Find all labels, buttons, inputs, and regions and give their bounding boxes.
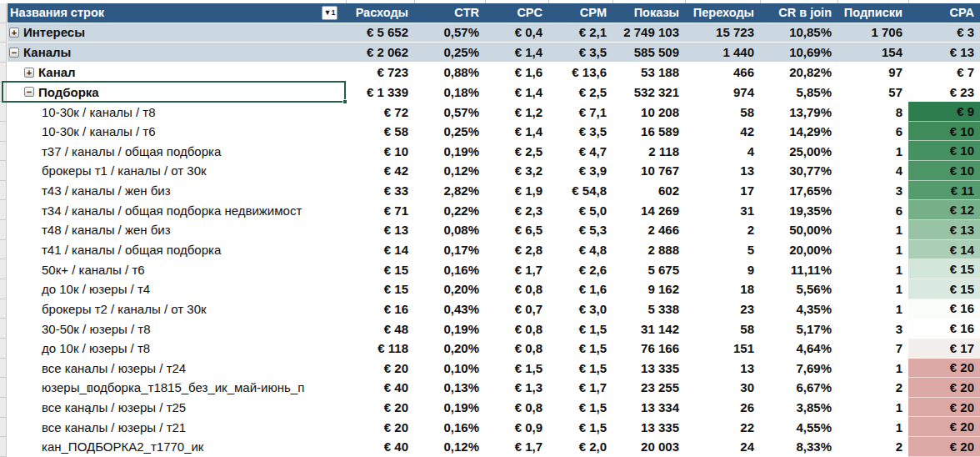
cell-impressions[interactable]: 23 255	[612, 378, 685, 398]
row-label-cell[interactable]: т37 / каналы / общая подборка	[8, 141, 346, 161]
cell-cpm[interactable]: € 1,5	[548, 398, 612, 418]
cell-expenses[interactable]: € 40	[346, 378, 414, 398]
cell-expenses[interactable]: € 10	[346, 141, 414, 161]
expand-icon[interactable]: +	[9, 28, 19, 38]
cell-expenses[interactable]: € 72	[346, 102, 414, 122]
cell-cpm[interactable]: € 13,6	[548, 63, 612, 83]
cell-cpc[interactable]: € 1,6	[485, 63, 548, 83]
cell-cpc[interactable]: € 1,4	[485, 83, 548, 103]
cell-subscriptions[interactable]: 1	[838, 240, 908, 260]
cell-ctr[interactable]: 2,82%	[414, 181, 485, 201]
cell-cpa[interactable]: € 14	[908, 240, 980, 260]
sort-filter-icon[interactable]: ▼1	[322, 6, 338, 20]
cell-cr-join[interactable]: 5,56%	[760, 279, 838, 299]
row-label-cell[interactable]: до 10к / юзеры / т4	[8, 279, 346, 299]
cell-subscriptions[interactable]: 7	[838, 339, 908, 359]
cell-cpa[interactable]: € 13	[908, 43, 980, 62]
cell-subscriptions[interactable]: 4	[838, 161, 908, 181]
cell-cr-join[interactable]: 20,00%	[760, 240, 838, 260]
cell-cpc[interactable]: € 1,5	[485, 359, 548, 379]
cell-cpc[interactable]: € 0,8	[485, 339, 548, 359]
row-label-cell[interactable]: 10-30к / каналы / т8	[8, 102, 346, 122]
cell-cr-join[interactable]: 5,85%	[760, 83, 838, 103]
cell-subscriptions[interactable]: 1	[838, 259, 908, 279]
cell-expenses[interactable]: € 1 339	[346, 83, 414, 103]
cell-cr-join[interactable]: 20,82%	[760, 63, 838, 83]
cell-cpa[interactable]: € 23	[908, 83, 980, 103]
cell-cr-join[interactable]: 3,85%	[760, 398, 838, 418]
cell-cr-join[interactable]: 8,33%	[760, 437, 838, 457]
cell-cr-join[interactable]: 4,64%	[760, 339, 838, 359]
row-label-cell[interactable]: до 10к / юзеры / т8	[8, 339, 346, 359]
cell-clicks[interactable]: 22	[685, 417, 760, 437]
cell-impressions[interactable]: 2 749 103	[612, 23, 685, 43]
cell-ctr[interactable]: 0,12%	[414, 437, 485, 457]
cell-impressions[interactable]: 602	[612, 181, 685, 201]
row-label-cell[interactable]: кан_ПОДБОРКА2_т1770_ик	[8, 437, 346, 457]
cell-clicks[interactable]: 1 440	[685, 43, 760, 62]
cell-impressions[interactable]: 14 269	[612, 200, 685, 220]
column-header-impressions[interactable]: Показы	[612, 3, 685, 23]
cell-cpa[interactable]: € 10	[908, 161, 980, 181]
cell-expenses[interactable]: € 40	[346, 437, 414, 457]
cell-cpc[interactable]: € 3,2	[485, 161, 548, 181]
cell-clicks[interactable]: 17	[685, 181, 760, 201]
cell-clicks[interactable]: 58	[685, 102, 760, 122]
cell-cpc[interactable]: € 1,7	[485, 259, 548, 279]
cell-cpm[interactable]: € 3,5	[548, 43, 612, 62]
cell-impressions[interactable]: 585 509	[612, 43, 685, 62]
cell-subscriptions[interactable]: 3	[838, 181, 908, 201]
cell-cpc[interactable]: € 1,3	[485, 378, 548, 398]
cell-cpm[interactable]: € 7,1	[548, 102, 612, 122]
cell-impressions[interactable]: 532 321	[612, 83, 685, 103]
column-header-expenses[interactable]: Расходы	[346, 3, 414, 23]
cell-cpm[interactable]: € 3,9	[548, 161, 612, 181]
cell-impressions[interactable]: 20 003	[612, 437, 685, 457]
column-header-cpa[interactable]: CPA	[908, 3, 980, 23]
cell-cr-join[interactable]: 25,00%	[760, 141, 838, 161]
cell-impressions[interactable]: 76 166	[612, 339, 685, 359]
cell-cpa[interactable]: € 20	[908, 398, 980, 418]
cell-ctr[interactable]: 0,20%	[414, 279, 485, 299]
row-label-cell[interactable]: 30-50к / юзеры / т8	[8, 319, 346, 339]
cell-cpm[interactable]: € 3,0	[548, 299, 612, 319]
cell-subscriptions[interactable]: 2	[838, 437, 908, 457]
cell-cr-join[interactable]: 19,35%	[760, 200, 838, 220]
cell-cpa[interactable]: € 20	[908, 378, 980, 398]
row-label-cell[interactable]: +Канал	[8, 63, 346, 83]
cell-cr-join[interactable]: 10,85%	[760, 23, 838, 43]
cell-cpa[interactable]: € 3	[908, 23, 980, 43]
cell-clicks[interactable]: 974	[685, 83, 760, 103]
row-label-cell[interactable]: все каналы / юзеры / т24	[8, 359, 346, 379]
cell-cr-join[interactable]: 50,00%	[760, 220, 838, 240]
row-label-cell[interactable]: все каналы / юзеры / т25	[8, 398, 346, 418]
cell-ctr[interactable]: 0,10%	[414, 359, 485, 379]
cell-expenses[interactable]: € 15	[346, 279, 414, 299]
cell-cpm[interactable]: € 2,6	[548, 259, 612, 279]
cell-clicks[interactable]: 26	[685, 398, 760, 418]
cell-clicks[interactable]: 13	[685, 161, 760, 181]
expand-icon[interactable]: +	[24, 68, 34, 78]
cell-ctr[interactable]: 0,13%	[414, 378, 485, 398]
collapse-icon[interactable]: −	[24, 87, 34, 97]
cell-impressions[interactable]: 31 142	[612, 319, 685, 339]
column-header-cpc[interactable]: CPC	[485, 3, 548, 23]
cell-cpa[interactable]: € 10	[908, 141, 980, 161]
cell-cpm[interactable]: € 1,7	[548, 378, 612, 398]
cell-cpm[interactable]: € 54,8	[548, 181, 612, 201]
cell-cpc[interactable]: € 6,5	[485, 220, 548, 240]
cell-impressions[interactable]: 9 162	[612, 279, 685, 299]
cell-cpm[interactable]: € 5,3	[548, 220, 612, 240]
cell-impressions[interactable]: 53 188	[612, 63, 685, 83]
row-label-cell[interactable]: все каналы / юзеры / т21	[8, 417, 346, 437]
cell-subscriptions[interactable]: 97	[838, 63, 908, 83]
cell-subscriptions[interactable]: 1	[838, 398, 908, 418]
cell-clicks[interactable]: 466	[685, 63, 760, 83]
cell-expenses[interactable]: € 118	[346, 339, 414, 359]
cell-cr-join[interactable]: 10,69%	[760, 43, 838, 62]
cell-cpa[interactable]: € 20	[908, 417, 980, 437]
cell-ctr[interactable]: 0,57%	[414, 102, 485, 122]
cell-clicks[interactable]: 151	[685, 339, 760, 359]
cell-cr-join[interactable]: 11,11%	[760, 259, 838, 279]
cell-subscriptions[interactable]: 1	[838, 359, 908, 379]
